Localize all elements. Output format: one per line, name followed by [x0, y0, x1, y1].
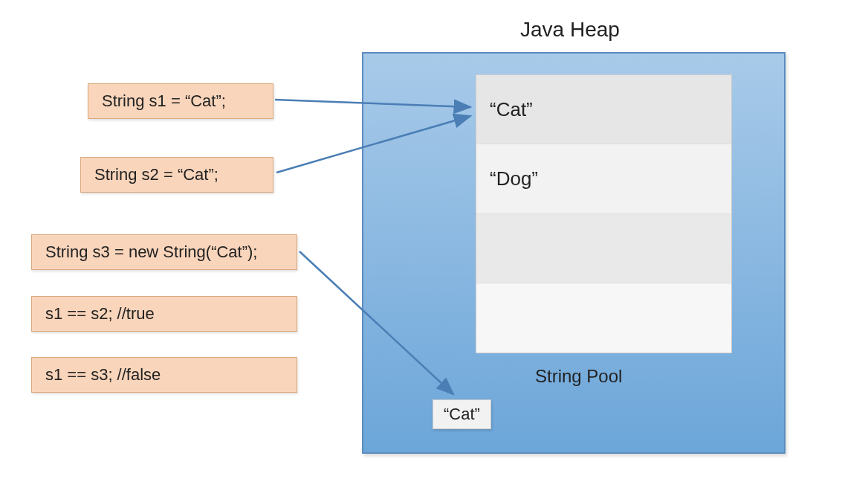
heap-title: Java Heap [520, 18, 620, 42]
code-cmp2: s1 == s3; //false [31, 357, 297, 393]
pool-entry-2 [476, 214, 731, 283]
heap-object-cat: “Cat” [433, 399, 491, 429]
pool-entry-1: “Dog” [476, 144, 731, 213]
code-cmp1: s1 == s2; //true [31, 296, 297, 332]
string-pool-box: “Cat” “Dog” [476, 74, 732, 353]
pool-entry-3 [476, 283, 731, 353]
code-s1: String s1 = “Cat”; [88, 83, 273, 119]
code-s3: String s3 = new String(“Cat”); [31, 234, 297, 270]
string-pool-label: String Pool [535, 366, 622, 387]
pool-entry-0: “Cat” [476, 75, 731, 144]
code-s2: String s2 = “Cat”; [80, 157, 273, 193]
